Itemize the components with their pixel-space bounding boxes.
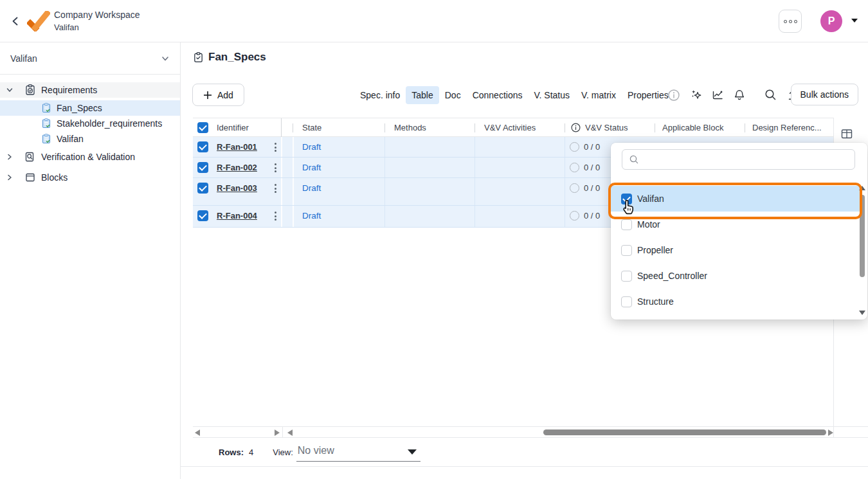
- dropdown-search-input[interactable]: [644, 150, 854, 169]
- bell-icon[interactable]: [732, 88, 746, 102]
- horizontal-scrollbar[interactable]: [193, 426, 868, 438]
- spec-document-icon: [41, 118, 51, 129]
- row-menu-icon[interactable]: [270, 210, 280, 222]
- unchecked-checkbox[interactable]: [621, 245, 632, 256]
- column-header-vv-status[interactable]: V&V Status: [585, 118, 628, 137]
- requirement-link[interactable]: R-Fan-004: [217, 211, 257, 221]
- back-button[interactable]: [8, 14, 23, 29]
- column-settings-icon[interactable]: [840, 127, 853, 143]
- sidebar-item-blocks[interactable]: Blocks: [0, 170, 180, 185]
- add-button[interactable]: Add: [192, 84, 244, 106]
- ellipsis-icon: [794, 20, 797, 23]
- vv-status-cell: 0 / 0: [584, 211, 600, 221]
- tab-v-matrix[interactable]: V. matrix: [575, 86, 622, 104]
- dropdown-option-label: Motor: [637, 219, 660, 230]
- search-icon[interactable]: [763, 88, 777, 102]
- requirement-link[interactable]: R-Fan-001: [217, 142, 257, 152]
- dropdown-option-label: Valifan: [637, 194, 664, 204]
- row-checkbox[interactable]: [197, 183, 208, 194]
- sidebar-item-label: Requirements: [41, 85, 97, 95]
- tab-doc[interactable]: Doc: [439, 86, 467, 104]
- valispace-logo-icon: [27, 11, 50, 34]
- state-cell[interactable]: Draft: [302, 163, 321, 172]
- unchecked-checkbox[interactable]: [621, 219, 632, 230]
- dropdown-option-motor[interactable]: Motor: [611, 212, 860, 237]
- more-options-button[interactable]: [779, 10, 802, 33]
- dropdown-option-valifan[interactable]: Valifan: [611, 186, 860, 212]
- dropdown-scrollbar[interactable]: [858, 184, 866, 315]
- workspace-project-name: Valifan: [54, 21, 140, 33]
- bulk-actions-label: Bulk actions: [800, 89, 849, 100]
- column-header-state[interactable]: State: [302, 118, 321, 137]
- column-header-applicable-block[interactable]: Applicable Block: [662, 118, 723, 137]
- sidebar-item-requirements[interactable]: Requirements: [0, 82, 180, 98]
- row-checkbox[interactable]: [197, 141, 208, 152]
- column-divider: [281, 118, 282, 137]
- column-header-vv-activities[interactable]: V&V Activities: [484, 118, 536, 137]
- chevron-down-icon: [161, 54, 170, 63]
- avatar-menu-caret[interactable]: [851, 19, 858, 23]
- view-select-value: No view: [298, 445, 334, 456]
- avatar[interactable]: P: [820, 10, 842, 32]
- dropdown-option-propeller[interactable]: Propeller: [611, 237, 860, 263]
- scroll-down-arrow[interactable]: [859, 311, 865, 315]
- tab-spec-info[interactable]: Spec. info: [354, 86, 406, 104]
- cell-divider: [384, 206, 385, 227]
- column-header-design-reference[interactable]: Design Referenc...: [752, 118, 822, 137]
- tab-v-status[interactable]: V. Status: [528, 86, 575, 104]
- column-divider: [475, 123, 475, 132]
- state-cell[interactable]: Draft: [302, 183, 321, 193]
- scroll-right-arrow[interactable]: [828, 429, 833, 436]
- cell-divider: [475, 158, 475, 177]
- unchecked-checkbox[interactable]: [621, 296, 632, 307]
- row-menu-icon[interactable]: [270, 141, 280, 153]
- view-select[interactable]: No view: [296, 442, 420, 462]
- project-selector-label: Valifan: [10, 53, 37, 64]
- column-header-identifier[interactable]: Identifier: [217, 118, 249, 137]
- sparkles-icon[interactable]: [689, 88, 703, 102]
- analytics-icon[interactable]: [710, 88, 725, 102]
- chevron-down-icon: [6, 86, 14, 94]
- info-icon[interactable]: [667, 88, 681, 102]
- sidebar-item-valifan[interactable]: Valifan: [0, 131, 180, 147]
- requirements-icon: [24, 84, 36, 96]
- select-all-checkbox[interactable]: [197, 122, 208, 133]
- bulk-actions-button[interactable]: Bulk actions: [791, 84, 858, 105]
- vv-status-circle-icon: [570, 163, 579, 172]
- vertical-scroll-thumb[interactable]: [860, 195, 865, 277]
- scroll-left-arrow[interactable]: [195, 429, 200, 436]
- sidebar-item-stakeholder-requirements[interactable]: Stakeholder_requirements: [0, 116, 180, 131]
- tab-table[interactable]: Table: [406, 86, 439, 104]
- dropdown-option-speed-controller[interactable]: Speed_Controller: [611, 263, 860, 289]
- unchecked-checkbox[interactable]: [621, 271, 632, 282]
- row-checkbox[interactable]: [197, 162, 208, 173]
- dropdown-search[interactable]: [622, 149, 855, 170]
- search-icon: [629, 154, 639, 165]
- row-checkbox[interactable]: [197, 210, 208, 221]
- cell-divider: [565, 158, 565, 177]
- page-title-text: Fan_Specs: [208, 51, 266, 64]
- scroll-up-arrow[interactable]: [859, 186, 865, 190]
- row-menu-icon[interactable]: [270, 183, 280, 194]
- workspace-name: Company Workspace: [54, 9, 140, 21]
- sidebar-item-label: Blocks: [41, 172, 68, 183]
- project-selector[interactable]: Valifan: [0, 42, 180, 75]
- checked-checkbox[interactable]: [621, 194, 632, 204]
- requirement-link[interactable]: R-Fan-002: [217, 163, 257, 172]
- dropdown-option-label: Speed_Controller: [637, 271, 707, 281]
- column-header-methods[interactable]: Methods: [394, 118, 426, 137]
- state-cell[interactable]: Draft: [302, 142, 321, 152]
- scroll-left-arrow[interactable]: [287, 429, 293, 436]
- vv-status-cell: 0 / 0: [584, 142, 600, 152]
- row-menu-icon[interactable]: [270, 162, 280, 174]
- horizontal-scroll-thumb[interactable]: [543, 429, 826, 435]
- dropdown-option-structure[interactable]: Structure: [611, 289, 860, 314]
- sidebar-item-verification-validation[interactable]: Verification & Validation: [0, 149, 180, 165]
- toolbar-icons: [667, 84, 799, 106]
- sidebar-item-fan-specs[interactable]: Fan_Specs: [0, 100, 180, 116]
- cell-divider: [384, 137, 385, 157]
- requirement-link[interactable]: R-Fan-003: [217, 183, 257, 193]
- scroll-right-arrow[interactable]: [275, 429, 280, 436]
- tab-connections[interactable]: Connections: [467, 86, 529, 104]
- state-cell[interactable]: Draft: [302, 211, 321, 221]
